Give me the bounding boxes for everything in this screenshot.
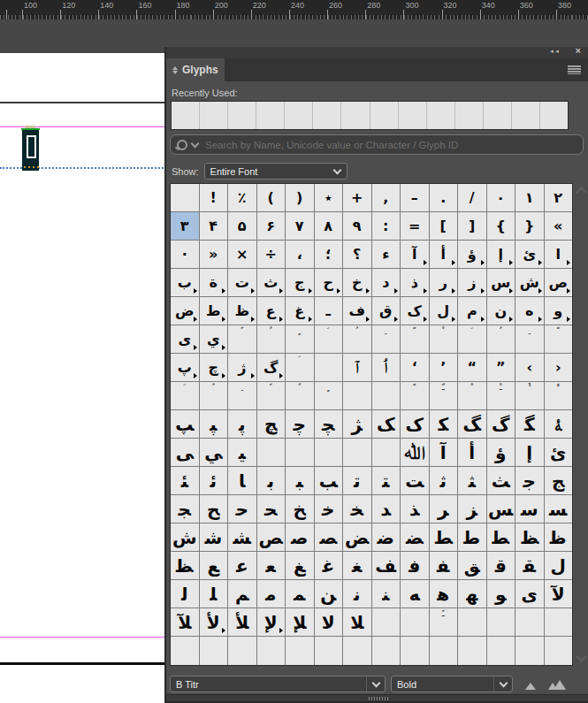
glyph-cell[interactable]: ۹ (343, 212, 372, 241)
glyph-cell[interactable]: ﱞ (515, 382, 545, 410)
panel-menu-icon[interactable] (568, 65, 581, 74)
glyph-cell[interactable]: ص (545, 269, 573, 297)
glyph-cell[interactable]: ﹸ (487, 325, 516, 354)
recent-glyph-cell[interactable] (341, 102, 370, 129)
glyph-cell[interactable]: ﻣ (257, 580, 286, 608)
glyph-cell[interactable]: ﮓ (458, 410, 487, 439)
glyph-cell[interactable]: “ (458, 354, 487, 382)
glyph-cell[interactable]: ﺎ (228, 467, 257, 495)
recent-glyph-cell[interactable] (256, 102, 285, 129)
glyph-cell[interactable] (315, 354, 344, 382)
glyph-cell[interactable]: ﻄ (487, 523, 516, 552)
glyph-cell[interactable]: ش (515, 269, 545, 297)
glyph-cell[interactable] (487, 608, 516, 637)
glyph-cell[interactable]: ﺮ (430, 495, 459, 523)
glyph-cell[interactable]: ذ (401, 269, 430, 297)
glyph-cell[interactable]: ﺟ (515, 467, 545, 495)
glyph-cell[interactable]: ه (515, 297, 545, 325)
glyph-cell[interactable]: ﺢ (200, 495, 229, 523)
glyph-cell[interactable]: ﮋ (343, 410, 372, 439)
recent-glyph-cell[interactable] (313, 102, 341, 129)
glyph-grid-scrollbar[interactable] (574, 183, 588, 666)
glyph-cell[interactable]: ح (315, 269, 344, 297)
glyph-cell[interactable]: ﻐ (343, 552, 372, 580)
glyph-cell[interactable]: ﹰ (257, 382, 286, 410)
glyph-cell[interactable]: ﹸ (343, 325, 372, 354)
glyph-cell[interactable]: ﹸ (200, 382, 229, 410)
recent-glyph-cell[interactable] (399, 102, 427, 129)
glyph-cell[interactable]: / (458, 184, 487, 212)
glyph-cell[interactable]: ﭼ (286, 410, 315, 439)
glyph-cell[interactable]: , (372, 184, 401, 212)
tab-glyphs[interactable]: Glyphs (166, 58, 225, 81)
glyph-cell[interactable]: ﹶ (315, 325, 344, 354)
glyph-cell[interactable]: ٪ (228, 184, 257, 212)
glyph-cell[interactable]: ﻻ (315, 608, 344, 637)
glyph-cell[interactable] (286, 637, 315, 665)
glyph-cell[interactable]: و (545, 297, 573, 325)
glyph-cell[interactable]: . (430, 184, 459, 212)
collapse-to-icons-icon[interactable]: ◄◄ (549, 49, 560, 54)
glyph-cell[interactable]: · (171, 241, 200, 269)
glyph-cell[interactable]: ﻗ (487, 552, 516, 580)
glyph-cell[interactable]: ﻂ (430, 523, 459, 552)
glyph-cell[interactable]: ﺑ (257, 467, 286, 495)
glyph-cell[interactable]: ﺳ (515, 495, 545, 523)
glyph-cell[interactable]: { (487, 212, 516, 241)
glyph-cell[interactable]: ﹴ (286, 325, 315, 354)
recent-glyph-cell[interactable] (228, 102, 256, 129)
glyph-cell[interactable]: ﻼ (343, 608, 372, 637)
glyph-cell[interactable]: ﺅ (487, 439, 516, 467)
glyph-cell-selected[interactable]: ۳ (171, 212, 200, 241)
glyph-cell[interactable]: ’ (430, 354, 459, 382)
glyph-cell[interactable]: ﹾ (430, 325, 459, 354)
glyph-cell[interactable]: ۵ (228, 212, 257, 241)
glyph-cell[interactable]: ‹ (515, 354, 545, 382)
glyph-cell[interactable]: ز (458, 269, 487, 297)
glyph-cell[interactable]: ۷ (286, 212, 315, 241)
glyph-cell[interactable]: ﭙ (200, 410, 229, 439)
glyph-cell[interactable]: ﻫ (430, 580, 459, 608)
glyph-cell[interactable]: ک (401, 297, 430, 325)
glyph-cell[interactable] (315, 439, 344, 467)
glyph-cell[interactable]: ﮒ (487, 410, 516, 439)
glyph-cell[interactable]: ﺵ (171, 523, 200, 552)
glyph-cell[interactable]: ﮥ (545, 410, 573, 439)
glyph-cell[interactable]: ﺖ (401, 467, 430, 495)
glyph-cell[interactable]: ﺴ (545, 495, 573, 523)
glyph-cell[interactable]: خ (343, 269, 372, 297)
glyph-cell[interactable]: ة (200, 269, 229, 297)
glyph-cell[interactable]: ۶ (257, 212, 286, 241)
glyph-cell[interactable] (200, 637, 229, 665)
glyph-cell[interactable]: ﹲ (257, 325, 286, 354)
glyph-cell[interactable]: [ (430, 212, 459, 241)
glyph-cell[interactable]: ( (257, 184, 286, 212)
glyph-cell[interactable]: ط (200, 297, 229, 325)
glyph-cell[interactable]: › (545, 354, 573, 382)
glyph-cell[interactable]: ى (171, 325, 200, 354)
glyph-cell[interactable]: ﻘ (515, 552, 545, 580)
glyph-cell[interactable]: ج (286, 269, 315, 297)
glyph-cell[interactable]: ﺠ (171, 495, 200, 523)
glyph-cell[interactable]: – (401, 184, 430, 212)
glyph-cell[interactable]: ﺜ (458, 467, 487, 495)
glyph-cell[interactable]: ۰ (487, 184, 516, 212)
glyph-cell[interactable] (401, 608, 430, 637)
glyph-cell[interactable]: ﹲ (286, 382, 315, 410)
glyph-cell[interactable] (257, 439, 286, 467)
glyph-cell[interactable]: ﻒ (372, 552, 401, 580)
glyph-cell[interactable] (171, 637, 200, 665)
glyph-cell[interactable]: ﻃ (458, 523, 487, 552)
glyph-cell[interactable]: ﹺ (515, 325, 545, 354)
glyph-cell[interactable]: إ (487, 241, 516, 269)
glyph-cell[interactable]: ﻹ (257, 608, 286, 637)
glyph-cell[interactable] (286, 439, 315, 467)
glyph-cell[interactable]: ﻝ (545, 552, 573, 580)
glyph-cell[interactable]: ﹺ (228, 382, 257, 410)
glyph-cell[interactable]: ﺾ (343, 523, 372, 552)
glyph-cell[interactable]: ب (171, 269, 200, 297)
glyph-cell[interactable] (228, 637, 257, 665)
glyph-cell[interactable]: ﺲ (487, 495, 516, 523)
recent-glyph-cell[interactable] (200, 102, 228, 129)
glyph-cell[interactable] (487, 637, 516, 665)
